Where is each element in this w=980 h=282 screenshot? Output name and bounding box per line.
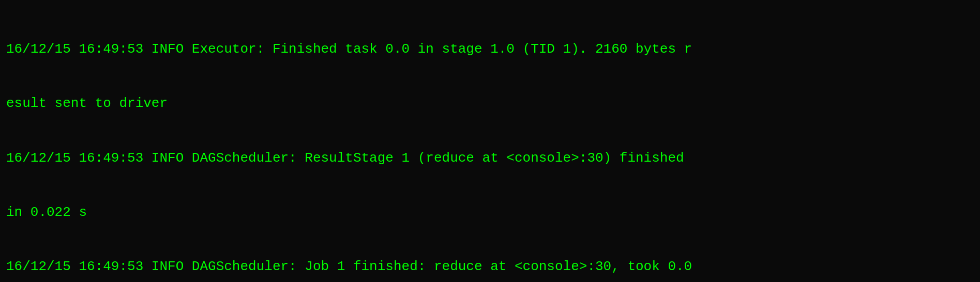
terminal-output: 16/12/15 16:49:53 INFO Executor: Finishe… [0,0,980,282]
log-line-2: esult sent to driver [6,95,974,113]
log-line-1: 16/12/15 16:49:53 INFO Executor: Finishe… [6,40,974,58]
log-line-4: in 0.022 s [6,203,974,222]
log-line-3: 16/12/15 16:49:53 INFO DAGScheduler: Res… [6,149,974,167]
log-line-5: 16/12/15 16:49:53 INFO DAGScheduler: Job… [6,258,974,276]
